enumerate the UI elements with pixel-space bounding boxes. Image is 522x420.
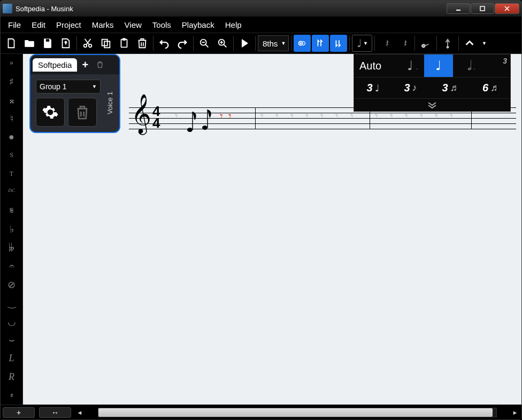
- svg-point-11: [300, 43, 302, 44]
- text-tool[interactable]: ⸗: [4, 390, 19, 402]
- pedal-tool[interactable]: ⌣: [4, 334, 19, 346]
- svg-rect-1: [480, 6, 485, 11]
- horizontal-scrollbar[interactable]: [98, 408, 497, 417]
- window-title: Softpedia - Musink: [16, 5, 73, 13]
- app-icon: [3, 4, 12, 13]
- dot-tool[interactable]: ●: [4, 131, 19, 143]
- move-up-dropdown[interactable]: ▼: [479, 35, 489, 52]
- view-mode-3-button[interactable]: [330, 35, 347, 52]
- copy-button[interactable]: [97, 35, 114, 52]
- menu-playback[interactable]: Playback: [178, 18, 219, 32]
- view-mode-2-button[interactable]: [312, 35, 329, 52]
- svg-rect-0: [456, 10, 460, 11]
- menu-marks[interactable]: Marks: [88, 18, 118, 32]
- zoom-out-button[interactable]: [196, 35, 213, 52]
- time-sig-bottom: 4: [152, 117, 160, 129]
- scroll-right-button[interactable]: ►: [511, 408, 519, 417]
- menu-view[interactable]: View: [120, 18, 146, 32]
- scroll-left-button[interactable]: ◄: [75, 408, 84, 417]
- duration-dotted-half[interactable]: 𝅗𝅥.: [453, 55, 482, 77]
- eighth-note[interactable]: [186, 107, 202, 134]
- toolbar: 8ths ♩▼ 𝄽 𝄽 ▼: [1, 33, 521, 54]
- add-measure-button[interactable]: +: [3, 407, 35, 418]
- eighth-note[interactable]: [201, 107, 217, 134]
- time-signature[interactable]: 4 4: [152, 105, 160, 129]
- tuplet-3-sixteenth[interactable]: 3♬: [442, 82, 457, 94]
- move-up-button[interactable]: [461, 35, 478, 52]
- accent-s-tool[interactable]: S: [4, 150, 19, 162]
- tuplet-3-eighth[interactable]: 3♪: [404, 82, 417, 94]
- voice-label: Voice 1: [106, 80, 114, 127]
- duration-quarter[interactable]: ♩: [424, 55, 453, 77]
- delete-track-tab-button[interactable]: [93, 58, 107, 72]
- scrollbar-thumb[interactable]: [98, 408, 493, 417]
- track-panel: Softpedia + Group 1: [29, 54, 120, 133]
- duration-triplet[interactable]: 3: [481, 55, 510, 77]
- double-sharp-tool[interactable]: 𝄪: [4, 94, 19, 106]
- svg-point-12: [423, 44, 426, 48]
- sidebar-expand-button[interactable]: »: [4, 57, 19, 69]
- treble-clef-icon: 𝄞: [131, 97, 151, 131]
- score-canvas[interactable]: Softpedia + Group 1: [23, 54, 521, 405]
- paste-button[interactable]: [116, 35, 133, 52]
- note-duration-panel: Auto ♩. ♩ 𝅗𝅥. 3 3♩ 3♪ 3♬ 6♬: [354, 54, 511, 112]
- track-tab[interactable]: Softpedia: [33, 58, 77, 72]
- add-track-button[interactable]: +: [78, 58, 92, 72]
- group-select[interactable]: Group 1: [36, 80, 101, 94]
- menu-help[interactable]: Help: [221, 18, 246, 32]
- accent-t-tool[interactable]: T: [4, 168, 19, 180]
- export-button[interactable]: [57, 35, 74, 52]
- coda-tool[interactable]: 𝄊: [4, 186, 19, 199]
- left-hand-tool[interactable]: L: [4, 353, 19, 365]
- note-duration-dropdown[interactable]: ♩▼: [352, 35, 372, 52]
- open-button[interactable]: [21, 35, 38, 52]
- panel-expand-button[interactable]: [354, 98, 510, 111]
- svg-point-15: [202, 126, 208, 130]
- double-flat-tool[interactable]: 𝄫: [4, 242, 19, 254]
- save-button[interactable]: [39, 35, 56, 52]
- tie-button[interactable]: [417, 35, 434, 52]
- duration-auto[interactable]: Auto: [354, 60, 396, 72]
- fit-width-button[interactable]: ↔: [39, 407, 71, 418]
- redo-button[interactable]: [174, 35, 191, 52]
- natural-tool[interactable]: ♮: [4, 113, 19, 125]
- zoom-in-button[interactable]: [214, 35, 231, 52]
- duration-dotted-quarter[interactable]: ♩.: [396, 55, 425, 77]
- svg-point-13: [447, 46, 449, 49]
- close-button[interactable]: [495, 3, 519, 14]
- note-value-select[interactable]: 8ths: [258, 35, 289, 51]
- bottom-bar: + ↔ ◄ ►: [1, 405, 521, 419]
- minimize-button[interactable]: [447, 3, 470, 14]
- left-sidebar: » ♯ 𝄪 ♮ ● S T 𝄊 𝄋 ♭ 𝄫 𝄐 ⊘ ‿ ◡ ⌣ L R ⸗: [1, 54, 23, 405]
- cut-button[interactable]: [79, 35, 96, 52]
- menu-edit[interactable]: Edit: [27, 18, 50, 32]
- menu-file[interactable]: File: [4, 18, 25, 32]
- menu-tools[interactable]: Tools: [148, 18, 175, 32]
- delete-button[interactable]: [134, 35, 151, 52]
- maximize-button[interactable]: [471, 3, 494, 14]
- undo-button[interactable]: [156, 35, 173, 52]
- sharp-tool[interactable]: ♯: [4, 76, 19, 88]
- rest-button-2[interactable]: 𝄽: [395, 35, 412, 52]
- tuplet-6-sixteenth[interactable]: 6♬: [482, 82, 498, 94]
- fermata-tool[interactable]: 𝄐: [4, 260, 19, 273]
- app-window: Softpedia - Musink File Edit Project Mar…: [0, 0, 522, 420]
- slash-tool[interactable]: ⊘: [4, 278, 19, 291]
- flat-tool[interactable]: ♭: [4, 223, 19, 236]
- menu-project[interactable]: Project: [52, 18, 86, 32]
- titlebar[interactable]: Softpedia - Musink: [1, 1, 521, 17]
- grace-tool[interactable]: ◡: [4, 315, 19, 328]
- tie-tool[interactable]: ‿: [4, 297, 19, 309]
- play-button[interactable]: [236, 35, 253, 52]
- view-mode-1-button[interactable]: [294, 35, 311, 52]
- new-button[interactable]: [3, 35, 20, 52]
- track-delete-button[interactable]: [68, 98, 97, 127]
- menubar: File Edit Project Marks View Tools Playb…: [1, 17, 521, 33]
- right-hand-tool[interactable]: R: [4, 371, 19, 383]
- rest-button-1[interactable]: 𝄽: [377, 35, 394, 52]
- segno-tool[interactable]: 𝄋: [4, 205, 19, 217]
- tuplet-3-quarter[interactable]: 3♩: [366, 82, 379, 94]
- track-settings-button[interactable]: [36, 98, 65, 127]
- barline[interactable]: [255, 107, 256, 129]
- octave-up-button[interactable]: [439, 35, 456, 52]
